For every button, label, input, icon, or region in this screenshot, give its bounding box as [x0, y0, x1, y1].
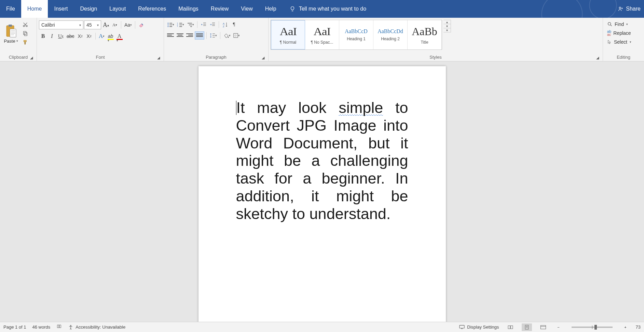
numbering-button[interactable]: 123: [176, 20, 185, 29]
clipboard-launcher[interactable]: ◢: [29, 55, 34, 60]
paste-button[interactable]: Paste▾: [2, 19, 20, 48]
zoom-slider[interactable]: [572, 327, 613, 328]
tab-help[interactable]: Help: [259, 0, 283, 18]
font-name-input[interactable]: [39, 21, 77, 29]
print-layout-button[interactable]: [522, 323, 532, 331]
font-size-input[interactable]: [84, 21, 95, 29]
status-accessibility[interactable]: Accessibility: Unavailable: [68, 324, 125, 330]
chevron-down-icon[interactable]: ▾: [77, 23, 83, 27]
italic-button[interactable]: I: [48, 32, 56, 40]
ribbon: Paste▾ Clipboard ◢ ▾: [0, 18, 644, 61]
chevron-down-icon[interactable]: ▾: [95, 23, 101, 27]
increase-indent-button[interactable]: [208, 20, 217, 29]
eraser-icon: [138, 22, 145, 28]
tab-references[interactable]: References: [132, 0, 172, 18]
align-right-button[interactable]: [185, 31, 194, 40]
display-settings-button[interactable]: Display Settings: [459, 324, 499, 330]
align-left-button[interactable]: [166, 31, 175, 40]
show-marks-button[interactable]: ¶: [230, 20, 238, 29]
style-name-label: ¶ Normal: [280, 40, 296, 45]
change-case-button[interactable]: Aa: [123, 21, 133, 29]
font-size-combo[interactable]: ▾: [84, 20, 101, 29]
tab-file[interactable]: File: [0, 0, 21, 18]
font-color-button[interactable]: A: [115, 32, 124, 40]
svg-rect-10: [24, 32, 27, 35]
strikethrough-button[interactable]: abc: [66, 32, 76, 40]
sort-button[interactable]: AZ: [221, 20, 229, 29]
multilevel-list-icon: [187, 22, 192, 27]
select-label: Select: [614, 39, 627, 45]
lightbulb-icon: [289, 6, 296, 12]
zoom-level[interactable]: 73: [636, 324, 641, 330]
increase-font-button[interactable]: A▴: [102, 21, 110, 29]
zoom-out-button[interactable]: −: [554, 323, 563, 331]
status-page[interactable]: Page 1 of 1: [3, 324, 26, 330]
status-words[interactable]: 46 words: [32, 324, 51, 330]
format-painter-button[interactable]: [21, 38, 29, 46]
find-button[interactable]: Find▾: [605, 20, 630, 29]
copy-button[interactable]: [21, 29, 29, 38]
style-name-label: Title: [421, 40, 428, 45]
tab-mailings[interactable]: Mailings: [172, 0, 205, 18]
paragraph-launcher[interactable]: ◢: [261, 55, 265, 60]
style-item-1[interactable]: AaI¶ No Spac...: [305, 20, 339, 49]
styles-scroll-up[interactable]: ▴: [443, 20, 451, 24]
line-spacing-icon: [210, 33, 215, 38]
svg-point-38: [228, 37, 229, 38]
svg-point-9: [26, 25, 27, 27]
tab-view[interactable]: View: [235, 0, 259, 18]
tab-insert[interactable]: Insert: [48, 0, 74, 18]
web-layout-button[interactable]: [538, 323, 548, 331]
group-paragraph: 123 AZ ¶: [164, 18, 269, 61]
read-mode-button[interactable]: [505, 323, 516, 331]
copy-icon: [23, 31, 28, 36]
superscript-button[interactable]: X2: [85, 32, 93, 40]
font-name-combo[interactable]: ▾: [39, 20, 83, 29]
tab-review[interactable]: Review: [205, 0, 235, 18]
bullets-button[interactable]: [166, 20, 175, 29]
styles-scroll-down[interactable]: ▾: [443, 24, 451, 28]
style-item-3[interactable]: AaBbCcDdHeading 2: [373, 20, 408, 49]
style-item-4[interactable]: AaBbTitle: [408, 20, 442, 49]
style-item-2[interactable]: AaBbCcDHeading 1: [339, 20, 373, 49]
style-preview: AaBb: [412, 25, 437, 38]
paint-bucket-icon: [223, 33, 229, 38]
tab-home[interactable]: Home: [21, 0, 48, 18]
multilevel-list-button[interactable]: [186, 20, 195, 29]
share-button[interactable]: Share: [618, 6, 641, 12]
tab-layout[interactable]: Layout: [103, 0, 132, 18]
replace-button[interactable]: abac Replace: [605, 29, 633, 38]
svg-rect-44: [460, 325, 464, 328]
borders-button[interactable]: [232, 31, 241, 40]
styles-more[interactable]: ▾: [443, 28, 451, 32]
tell-me[interactable]: Tell me what you want to do: [289, 6, 366, 12]
underline-button[interactable]: U: [57, 32, 65, 40]
style-name-label: Heading 2: [381, 37, 400, 41]
decrease-font-button[interactable]: A▾: [111, 21, 119, 29]
subscript-button[interactable]: X2: [76, 32, 84, 40]
svg-point-14: [168, 25, 169, 26]
align-justify-button[interactable]: [195, 31, 204, 40]
number-list-icon: 123: [177, 22, 182, 27]
cut-button[interactable]: [21, 20, 29, 29]
status-proofing[interactable]: [56, 324, 62, 330]
tab-design[interactable]: Design: [74, 0, 103, 18]
text-effects-button[interactable]: A: [98, 32, 106, 40]
bullet-list-icon: [167, 22, 173, 27]
select-button[interactable]: Select▾: [605, 38, 633, 46]
decrease-indent-button[interactable]: [200, 20, 208, 29]
style-item-0[interactable]: AaI¶ Normal: [271, 20, 305, 49]
highlight-button[interactable]: ab: [107, 32, 115, 40]
monitor-icon: [459, 325, 465, 330]
shading-button[interactable]: [222, 31, 232, 40]
page[interactable]: It may look simple to Convert JPG Image …: [198, 66, 446, 322]
font-launcher[interactable]: ◢: [156, 55, 161, 60]
bold-button[interactable]: B: [39, 32, 47, 40]
styles-launcher[interactable]: ◢: [595, 55, 600, 60]
line-spacing-button[interactable]: [209, 31, 218, 40]
zoom-in-button[interactable]: +: [621, 323, 630, 331]
align-center-button[interactable]: [176, 31, 184, 40]
document-area[interactable]: It may look simple to Convert JPG Image …: [0, 61, 644, 322]
document-paragraph[interactable]: It may look simple to Convert JPG Image …: [236, 99, 408, 222]
clear-formatting-button[interactable]: [137, 21, 146, 29]
